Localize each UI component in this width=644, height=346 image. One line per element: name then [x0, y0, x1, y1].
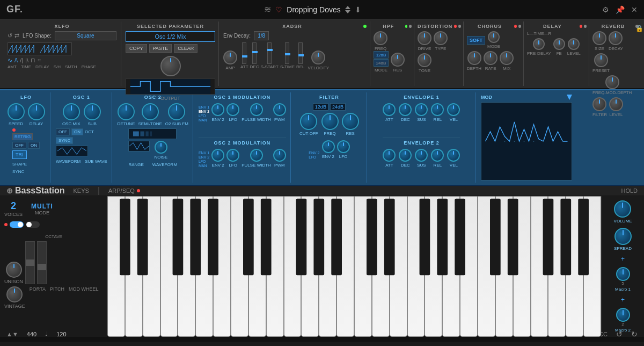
osc1-sync-btn[interactable]: SYNC: [56, 137, 73, 144]
black-key-a1s[interactable]: [208, 199, 218, 275]
filter-cutoff-knob[interactable]: [300, 113, 317, 130]
filter-freq-display2[interactable]: 24dB: [330, 103, 346, 111]
env1-rel-knob[interactable]: [431, 103, 444, 116]
env1-dec-knob[interactable]: [399, 103, 412, 116]
black-key-c1s[interactable]: [120, 199, 130, 275]
lfo-off-btn[interactable]: OFF: [12, 142, 26, 149]
download-icon[interactable]: ⬇: [355, 5, 361, 14]
black-key-f3s[interactable]: [420, 199, 430, 275]
macro2-add[interactable]: +: [621, 296, 625, 304]
reverb-size-knob[interactable]: [592, 31, 606, 45]
filter-mod-env2-knob[interactable]: [322, 140, 335, 153]
env-display[interactable]: 1/8: [254, 31, 269, 40]
osc1-mod-lfo-knob[interactable]: [226, 103, 239, 116]
osc1-env1[interactable]: ENV 1: [199, 105, 209, 109]
velocity-knob[interactable]: [311, 51, 325, 64]
volume-knob[interactable]: [614, 200, 631, 218]
wave-noise[interactable]: ≈: [38, 57, 41, 63]
osc2-semi-knob[interactable]: [142, 103, 159, 120]
bp-lfo-delay-knob[interactable]: [28, 103, 45, 120]
osc2-detune-knob[interactable]: [118, 103, 135, 120]
filter-env2[interactable]: ENV 2: [309, 151, 319, 155]
bs-toggle-right[interactable]: [26, 221, 40, 228]
osc1-lfo[interactable]: LFO: [199, 114, 209, 118]
chorus-depth-knob[interactable]: [467, 51, 481, 65]
osc2-mod-pwm-knob[interactable]: [273, 149, 286, 162]
close-icon[interactable]: ✕: [631, 5, 638, 14]
env2-sus-knob[interactable]: [415, 149, 428, 162]
black-key-a2s[interactable]: [331, 199, 342, 275]
hpf-mode-display[interactable]: 12dB: [374, 51, 389, 59]
wave-tri[interactable]: /\: [14, 57, 18, 63]
arrow-up-icon[interactable]: [345, 6, 350, 9]
redo-icon[interactable]: ↻: [631, 330, 638, 338]
filter-res-knob[interactable]: [342, 113, 359, 130]
amp-knob[interactable]: [223, 51, 237, 64]
osc1-mod-pw-knob[interactable]: [250, 103, 263, 116]
copy-button[interactable]: COPY: [126, 44, 147, 53]
hpf-res-knob[interactable]: [391, 53, 405, 67]
lfo-on-btn[interactable]: ON: [28, 142, 40, 149]
black-key-a3s[interactable]: [455, 199, 465, 275]
osc2-env1[interactable]: ENV 1: [199, 151, 209, 155]
arrow-down-icon[interactable]: [345, 10, 350, 13]
delay-fb-knob[interactable]: [553, 38, 565, 50]
black-key-c4s[interactable]: [490, 199, 501, 275]
black-key-a4s[interactable]: [578, 199, 589, 275]
dist-tone-knob[interactable]: [418, 53, 431, 67]
env2-att-knob[interactable]: [383, 149, 396, 162]
wave-sq[interactable]: ⊓: [31, 57, 35, 63]
hpf-freq-knob[interactable]: [374, 31, 387, 45]
dist-type-knob[interactable]: [434, 31, 448, 45]
clear-button[interactable]: CLEAR: [174, 44, 197, 53]
spread-knob[interactable]: [614, 228, 632, 245]
osc1-off-btn[interactable]: OFF: [56, 128, 70, 135]
bp-lfo-speed-knob[interactable]: [8, 103, 25, 120]
pin-icon[interactable]: 📌: [616, 5, 625, 14]
osc1-on-btn[interactable]: ON: [71, 128, 83, 135]
black-key-c2s[interactable]: [243, 199, 254, 275]
osc2-mod-pw-knob[interactable]: [250, 149, 263, 162]
osc2-mod-env2-knob[interactable]: [211, 149, 224, 162]
reverb-decay-knob[interactable]: [609, 31, 623, 45]
black-key-g1s[interactable]: [190, 199, 201, 275]
wave-ramp[interactable]: |\: [25, 57, 28, 63]
black-key-d4s[interactable]: [508, 199, 518, 275]
env2-rel-knob[interactable]: [431, 149, 444, 162]
osc1-env2[interactable]: ENV 2: [199, 110, 209, 113]
wave-saw[interactable]: /|: [20, 57, 23, 63]
reverb-filter-knob[interactable]: [592, 97, 606, 111]
paste-button[interactable]: PASTE: [149, 44, 172, 53]
undo-icon[interactable]: ↺: [616, 330, 623, 338]
sstart-slider[interactable]: [267, 42, 272, 64]
osc2-mod-lfo-knob[interactable]: [226, 149, 239, 162]
osc2-lfo[interactable]: LFO: [199, 160, 209, 163]
filter-freq-display[interactable]: 12dB: [313, 103, 328, 111]
osc2-subfm-knob[interactable]: [168, 103, 185, 120]
black-key-g2s[interactable]: [313, 199, 324, 275]
osc1-mod-env2-knob[interactable]: [211, 103, 224, 116]
macro1-add[interactable]: +: [621, 255, 625, 263]
preset-name[interactable]: Dropping Doves: [287, 5, 340, 14]
black-key-g3s[interactable]: [437, 199, 448, 275]
black-key-d3s[interactable]: [384, 199, 395, 275]
osc1-man[interactable]: MAN: [199, 118, 209, 122]
lfo-shape-display[interactable]: Square: [55, 31, 116, 40]
mod-wheel-strip[interactable]: [37, 241, 47, 284]
stime-slider[interactable]: [285, 42, 289, 64]
osc1-mix-knob[interactable]: [63, 103, 80, 120]
osc1-mod-pwm-knob[interactable]: [273, 103, 286, 116]
rel-slider[interactable]: [298, 42, 303, 64]
vintage-knob[interactable]: [6, 286, 23, 302]
lfo-retrig-btn[interactable]: RETRIG: [12, 133, 33, 140]
chorus-mix-knob[interactable]: [500, 51, 514, 65]
black-key-f2s[interactable]: [296, 199, 307, 275]
piano[interactable]: [107, 196, 601, 337]
env2-vel-knob[interactable]: [447, 149, 460, 162]
pitch-strip[interactable]: [25, 241, 35, 284]
dec-slider[interactable]: [252, 42, 257, 64]
wave-sine[interactable]: ∿: [8, 57, 12, 63]
reverb-freqdepth-knob[interactable]: [605, 75, 619, 89]
osc2-env2[interactable]: ENV 2: [199, 155, 209, 159]
chorus-type-display[interactable]: SOFT: [467, 36, 485, 45]
